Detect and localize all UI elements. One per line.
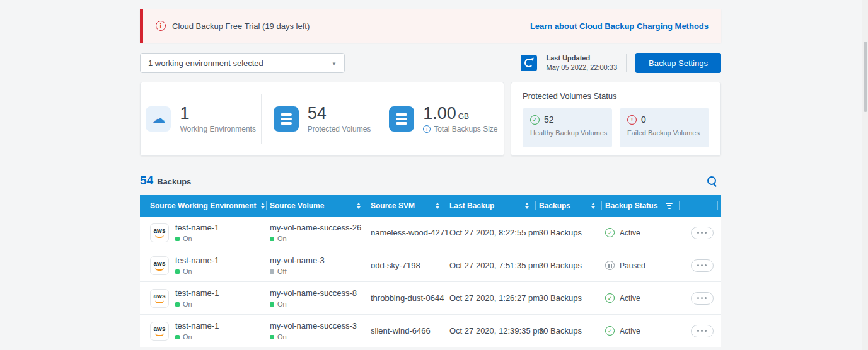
total-backups-size-label: Total Backups Size bbox=[434, 125, 497, 133]
last-backup: Oct 27 2020, 8:22:55 pm bbox=[449, 228, 539, 237]
last-backup: Oct 27 2020, 1:26:27 pm bbox=[449, 293, 539, 303]
backup-status-badge: Active bbox=[605, 293, 683, 303]
aws-icon: aws bbox=[150, 289, 169, 308]
env-state: On bbox=[175, 300, 219, 308]
check-circle-icon bbox=[530, 115, 540, 125]
stat-working-environments: ☁ 1 Working Environments bbox=[141, 94, 261, 144]
divider bbox=[626, 54, 627, 72]
filter-icon[interactable] bbox=[666, 203, 673, 209]
backups-count-cell: 30 Backups bbox=[539, 228, 605, 237]
healthy-count: 52 bbox=[544, 115, 554, 125]
chevron-down-icon bbox=[332, 60, 337, 67]
state-dot bbox=[175, 237, 180, 241]
source-working-environment: test-name-1 bbox=[175, 256, 219, 265]
source-volume: my-vol-name-success-3 bbox=[270, 321, 371, 330]
protected-volumes-status-card: Protected Volumes Status 52 Healthy Back… bbox=[511, 82, 721, 156]
search-icon[interactable] bbox=[706, 175, 717, 186]
volume-state: On bbox=[270, 333, 371, 341]
row-actions-menu-button[interactable] bbox=[691, 259, 714, 272]
scrollbar-thumb[interactable] bbox=[864, 42, 867, 112]
failed-backup-volumes-box: 0 Failed Backup Volumes bbox=[620, 108, 709, 147]
table-row: aws test-name-1 On my-vol-name-success-8… bbox=[140, 282, 721, 315]
source-working-environment: test-name-1 bbox=[175, 288, 219, 298]
working-environment-select-value: 1 working environment selected bbox=[148, 59, 263, 68]
source-svm: nameless-wood-4271 bbox=[371, 228, 449, 237]
table-row: aws test-name-1 On my-vol-name-success-3… bbox=[140, 315, 721, 347]
summary-stats-card: ☁ 1 Working Environments 54 Protected Vo… bbox=[140, 82, 504, 156]
vertical-scrollbar[interactable] bbox=[862, 0, 868, 350]
protected-volumes-count: 54 bbox=[308, 104, 371, 123]
column-header-source-working-environment[interactable]: Source Working Environment bbox=[150, 195, 270, 217]
backups-count-cell: 30 Backups bbox=[539, 261, 605, 270]
backup-size-icon bbox=[389, 106, 414, 132]
source-working-environment: test-name-1 bbox=[175, 223, 219, 232]
source-svm: silent-wind-6466 bbox=[371, 326, 449, 336]
free-trial-banner: Cloud Backup Free Trial (19 days left) L… bbox=[140, 9, 721, 43]
row-actions-menu-button[interactable] bbox=[691, 325, 714, 337]
volume-state: Off bbox=[270, 268, 371, 275]
status-icon bbox=[605, 228, 615, 237]
protected-volumes-label: Protected Volumes bbox=[308, 125, 371, 133]
last-updated-value: May 05 2022, 22:00:33 bbox=[546, 63, 617, 72]
protected-volumes-status-title: Protected Volumes Status bbox=[523, 91, 709, 101]
env-state: On bbox=[175, 235, 219, 242]
source-volume: my-vol-name-3 bbox=[270, 256, 371, 265]
backups-heading: 54Backups bbox=[140, 174, 191, 188]
column-header-source-svm[interactable]: Source SVM bbox=[371, 195, 449, 217]
row-actions-menu-button[interactable] bbox=[691, 292, 714, 305]
state-dot bbox=[175, 302, 180, 307]
table-row: aws test-name-1 On my-vol-name-success-2… bbox=[140, 217, 721, 249]
healthy-backup-volumes-box: 52 Healthy Backup Volumes bbox=[523, 108, 612, 147]
status-icon bbox=[605, 261, 615, 270]
table-row: aws test-name-1 On my-vol-name-3 Off odd… bbox=[140, 249, 721, 282]
sort-icon[interactable] bbox=[261, 203, 265, 209]
row-actions-menu-button[interactable] bbox=[691, 227, 714, 239]
aws-icon: aws bbox=[150, 223, 169, 242]
column-header-backups[interactable]: Backups bbox=[539, 195, 605, 217]
aws-icon: aws bbox=[150, 322, 169, 341]
source-working-environment: test-name-1 bbox=[175, 321, 219, 330]
last-backup: Oct 27 2020, 12:39:35 pm bbox=[449, 326, 539, 336]
sort-icon[interactable] bbox=[591, 203, 595, 209]
env-state: On bbox=[175, 268, 219, 275]
sort-icon[interactable] bbox=[357, 203, 361, 209]
charging-methods-link[interactable]: Learn about Cloud Backup Charging Method… bbox=[530, 21, 709, 31]
sort-icon[interactable] bbox=[525, 203, 529, 209]
backup-status-badge: Active bbox=[605, 228, 683, 237]
volume-state: On bbox=[270, 235, 371, 242]
banner-text: Cloud Backup Free Trial (19 days left) bbox=[172, 21, 310, 31]
state-dot bbox=[175, 335, 180, 339]
status-icon bbox=[605, 326, 615, 336]
column-header-source-volume[interactable]: Source Volume bbox=[270, 195, 371, 217]
last-backup: Oct 27 2020, 7:51:35 pm bbox=[449, 261, 539, 270]
backup-status-badge: Active bbox=[605, 326, 683, 336]
table-body: aws test-name-1 On my-vol-name-success-2… bbox=[140, 217, 721, 347]
total-backups-size-value: 1.00 bbox=[423, 104, 456, 123]
error-circle-icon bbox=[627, 115, 637, 125]
column-header-backup-status[interactable]: Backup Status bbox=[605, 195, 683, 217]
healthy-label: Healthy Backup Volumes bbox=[530, 129, 605, 137]
refresh-button[interactable] bbox=[521, 55, 537, 71]
backups-word: Backups bbox=[157, 177, 191, 186]
state-dot bbox=[270, 335, 274, 339]
failed-label: Failed Backup Volumes bbox=[627, 129, 702, 137]
state-dot bbox=[175, 269, 180, 274]
protected-volumes-icon bbox=[274, 106, 299, 132]
table-header: Source Working Environment Source Volume… bbox=[140, 195, 721, 217]
sort-icon[interactable] bbox=[436, 203, 439, 209]
source-svm: odd-sky-7198 bbox=[371, 261, 449, 270]
working-environment-select[interactable]: 1 working environment selected bbox=[140, 53, 345, 73]
backup-settings-button[interactable]: Backup Settings bbox=[635, 53, 721, 73]
last-updated-label: Last Updated bbox=[546, 54, 617, 63]
column-header-last-backup[interactable]: Last Backup bbox=[449, 195, 539, 217]
last-updated: Last Updated May 05 2022, 22:00:33 bbox=[546, 54, 617, 73]
status-icon bbox=[605, 293, 615, 303]
total-backups-size-unit: GB bbox=[458, 112, 469, 121]
env-state: On bbox=[175, 333, 219, 341]
backup-status-badge: Paused bbox=[605, 261, 683, 270]
source-volume: my-vol-name-success-8 bbox=[270, 288, 371, 298]
backups-count-cell: 30 Backups bbox=[539, 293, 605, 303]
stat-protected-volumes: 54 Protected Volumes bbox=[261, 94, 382, 144]
backups-table: Source Working Environment Source Volume… bbox=[140, 195, 721, 347]
stat-total-backups-size: 1.00GB Total Backups Size bbox=[383, 94, 504, 144]
